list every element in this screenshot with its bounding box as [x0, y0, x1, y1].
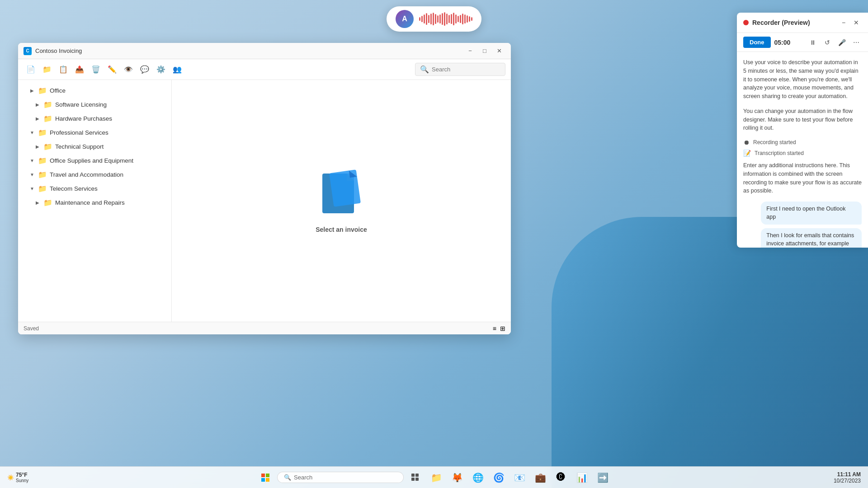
nav-label: Office [50, 87, 66, 94]
nav-item-office[interactable]: ▶ 📁 Office [18, 84, 171, 98]
svg-rect-5 [261, 474, 265, 477]
folder-icon: 📁 [38, 128, 47, 137]
nav-item-professional-services[interactable]: ▼ 📁 Professional Services [18, 126, 171, 140]
taskbar-app-arrow[interactable]: ➡️ [594, 469, 612, 487]
minimize-button[interactable]: − [464, 46, 476, 56]
voice-waveform [419, 12, 472, 26]
nav-item-hardware-purchases[interactable]: ▶ 📁 Hardware Purchases [18, 112, 171, 126]
chevron-down-icon: ▼ [29, 158, 35, 163]
taskbar-app-chrome[interactable]: 🌐 [469, 469, 487, 487]
saved-status: Saved [24, 325, 39, 332]
outlook-window: C Contoso Invoicing − □ ✕ 📄 📁 📋 📤 🗑️ ✏️ … [18, 43, 511, 334]
svg-rect-3 [329, 169, 361, 207]
taskbar-app-copilot[interactable]: 🅒 [552, 469, 570, 487]
taskbar: ☀️ 75°F Sunny 🔍 Search [0, 466, 868, 488]
taskbar-search[interactable]: 🔍 Search [277, 472, 404, 483]
taskbar-app-files[interactable]: 📁 [427, 469, 445, 487]
nav-label: Software Licensing [55, 101, 107, 108]
nav-label: Travel and Accommodation [50, 171, 123, 178]
recorder-toolbar: Done 05:00 ⏸ ↺ 🎤 ⋯ [737, 33, 868, 52]
nav-item-travel[interactable]: ▼ 📁 Travel and Accommodation [18, 168, 171, 182]
voice-recorder-overlay: A [387, 6, 481, 32]
folder-icon: 📁 [38, 170, 47, 179]
taskbar-app-firefox[interactable]: 🦊 [448, 469, 466, 487]
app-logo: C [24, 47, 32, 55]
content-area: Select an invoice [172, 80, 511, 322]
clock-widget[interactable]: 11:11 AM 10/27/2023 [834, 471, 861, 484]
recorder-instructions: Enter any additional instructions here. … [743, 161, 862, 195]
recording-status-icon: ⏺ [743, 139, 750, 146]
chevron-right-icon: ▶ [34, 144, 41, 149]
list-view-button[interactable]: ≡ [493, 325, 496, 332]
nav-label: Hardware Purchases [55, 115, 112, 122]
pause-button[interactable]: ⏸ [807, 37, 818, 48]
chevron-right-icon: ▶ [34, 116, 41, 121]
nav-item-telecom[interactable]: ▼ 📁 Telecom Services [18, 182, 171, 196]
folder-icon: 📁 [38, 86, 47, 95]
search-input[interactable] [432, 66, 500, 73]
share-button[interactable]: 👥 [170, 62, 184, 77]
svg-rect-7 [261, 478, 265, 482]
svg-rect-11 [411, 478, 415, 481]
folder-icon: 📁 [43, 100, 52, 109]
taskbar-app-excel[interactable]: 📊 [573, 469, 591, 487]
comment-button[interactable]: 💬 [137, 62, 152, 77]
nav-sidebar: ▶ 📁 Office ▶ 📁 Software Licensing ▶ 📁 Ha… [18, 80, 172, 322]
nav-label: Professional Services [50, 129, 108, 136]
nav-item-office-supplies[interactable]: ▼ 📁 Office Supplies and Equipment [18, 154, 171, 168]
recorder-header: Recorder (Preview) − ✕ [737, 13, 868, 33]
nav-label: Technical Support [55, 143, 104, 150]
nav-item-maintenance[interactable]: ▶ 📁 Maintenance and Repairs [18, 196, 171, 210]
clock-date: 10/27/2023 [834, 478, 861, 484]
chat-message-1: First I need to open the Outlook app [743, 202, 862, 225]
close-button[interactable]: ✕ [493, 46, 505, 56]
settings-button[interactable]: ⚙️ [154, 62, 168, 77]
taskbar-app-mail[interactable]: 📧 [510, 469, 528, 487]
chat-message-2: Then I look for emails that contains inv… [743, 228, 862, 248]
search-box[interactable]: 🔍 [415, 63, 505, 76]
file-button[interactable]: 📋 [56, 62, 71, 77]
chevron-right-icon: ▶ [29, 88, 35, 93]
mic-button[interactable]: 🎤 [836, 37, 847, 48]
close-recorder-button[interactable]: ✕ [851, 17, 862, 28]
window-title: Contoso Invoicing [35, 47, 460, 54]
nav-item-technical-support[interactable]: ▶ 📁 Technical Support [18, 140, 171, 154]
more-options-button[interactable]: ⋯ [851, 37, 862, 48]
view-button[interactable]: 👁️ [121, 62, 136, 77]
taskbar-search-icon: 🔍 [284, 474, 291, 481]
folder-icon: 📁 [38, 184, 47, 193]
recorder-controls: − ✕ [838, 17, 862, 28]
maximize-button[interactable]: □ [478, 46, 491, 56]
nav-item-software-licensing[interactable]: ▶ 📁 Software Licensing [18, 98, 171, 112]
search-icon: 🔍 [420, 65, 429, 74]
recorder-timer: 05:00 [774, 39, 804, 46]
grid-view-button[interactable]: ⊞ [500, 325, 505, 332]
svg-rect-10 [415, 474, 419, 477]
svg-rect-6 [266, 474, 269, 477]
transcription-status: 📝 Transcription started [743, 150, 862, 157]
weather-widget[interactable]: ☀️ 75°F Sunny [4, 472, 32, 483]
folder-icon: 📁 [38, 156, 47, 165]
minimize-recorder-button[interactable]: − [838, 17, 849, 28]
delete-button[interactable]: 🗑️ [89, 62, 103, 77]
nav-label: Maintenance and Repairs [55, 199, 125, 206]
chevron-right-icon: ▶ [34, 102, 41, 107]
taskbar-app-edge[interactable]: 🌀 [490, 469, 508, 487]
export-button[interactable]: 📤 [72, 62, 87, 77]
toolbar: 📄 📁 📋 📤 🗑️ ✏️ 👁️ 💬 ⚙️ 👥 🔍 [18, 59, 511, 80]
reset-button[interactable]: ↺ [822, 37, 833, 48]
svg-rect-12 [415, 478, 419, 481]
folder-icon: 📁 [43, 142, 52, 151]
start-button[interactable] [256, 469, 274, 487]
chevron-right-icon: ▶ [34, 200, 41, 205]
edit-button[interactable]: ✏️ [105, 62, 119, 77]
new-item-button[interactable]: 📄 [24, 62, 38, 77]
recording-status: ⏺ Recording started [743, 139, 862, 146]
clock-time: 11:11 AM [834, 471, 861, 478]
task-view-button[interactable] [406, 469, 425, 487]
done-button[interactable]: Done [743, 37, 771, 48]
transcription-status-text: Transcription started [755, 150, 804, 156]
folder-button[interactable]: 📁 [40, 62, 54, 77]
recorder-title: Recorder (Preview) [752, 19, 835, 26]
taskbar-app-teams[interactable]: 💼 [531, 469, 549, 487]
